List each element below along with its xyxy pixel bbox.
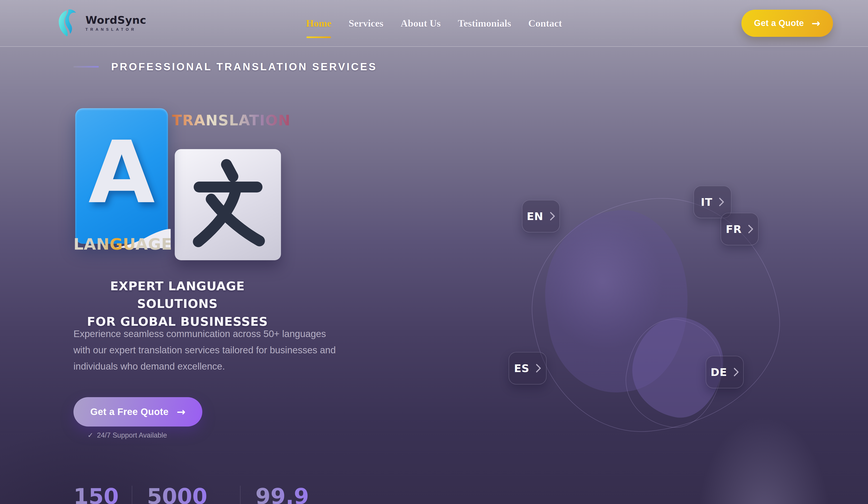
support-note-text: 24/7 Support Available [97, 431, 167, 439]
chevron-right-icon [748, 224, 753, 234]
stat-value-languages: 150 [73, 485, 119, 504]
get-a-quote-button[interactable]: Get a Quote → [741, 10, 833, 37]
nav-item-services[interactable]: Services [349, 18, 383, 29]
section-label-text: PROFESSIONAL TRANSLATION SERVICES [111, 61, 377, 73]
nav-item-contact[interactable]: Contact [528, 18, 562, 29]
language-code: DE [711, 366, 727, 378]
chevron-right-icon [734, 368, 739, 377]
language-chip-es[interactable]: ES [509, 352, 547, 385]
label-accent-line [73, 66, 99, 67]
chevron-right-icon [550, 212, 555, 221]
nav-item-testimonials[interactable]: Testimonials [458, 18, 511, 29]
stat-divider [240, 486, 240, 504]
get-a-free-quote-label: Get a Free Quote [90, 407, 169, 417]
hero-description-line1: Experience seamless communication across… [73, 326, 374, 342]
brand-logo[interactable]: WordSync TRANSLATOR [58, 9, 146, 37]
translation-illustration: TRANSLATION 文 A LANGUAGE [73, 107, 281, 263]
nav-item-about-us[interactable]: About Us [401, 18, 441, 29]
latin-letter-a: A [89, 130, 155, 222]
section-label: PROFESSIONAL TRANSLATION SERVICES [73, 61, 377, 73]
brand-name: WordSync [85, 15, 146, 25]
language-chip-fr[interactable]: FR [721, 213, 758, 245]
language-code: ES [514, 362, 529, 375]
chevron-right-icon [719, 198, 724, 207]
stat-value-accuracy: 99.9 [256, 485, 309, 504]
language-code: IT [701, 196, 712, 208]
brand-tagline: TRANSLATOR [85, 27, 146, 32]
stat-divider [132, 486, 132, 504]
hero-description-line3: individuals who demand excellence. [73, 358, 374, 375]
brand-text: WordSync TRANSLATOR [85, 15, 146, 32]
nav-item-home[interactable]: Home [306, 18, 331, 29]
illustration-word-language: LANGUAGE [73, 235, 172, 253]
check-icon: ✓ [87, 431, 93, 439]
logo-pin-icon [58, 9, 79, 37]
arrow-right-icon: → [812, 18, 820, 29]
illustration-card-cjk: 文 [175, 149, 281, 260]
main-nav: Home Services About Us Testimonials Cont… [306, 18, 562, 29]
get-a-quote-label: Get a Quote [754, 18, 804, 28]
hero-headline-line1: EXPERT LANGUAGE SOLUTIONS [73, 277, 281, 313]
chevron-right-icon [536, 364, 541, 373]
language-chip-en[interactable]: EN [522, 200, 560, 232]
hero-description-line2: with our expert translation services tai… [73, 342, 374, 358]
arrow-right-icon: → [177, 407, 186, 417]
cjk-character-icon [188, 158, 268, 252]
hero-description: Experience seamless communication across… [73, 326, 374, 375]
language-code: EN [527, 210, 543, 222]
stat-value-projects: 5000 [147, 485, 207, 504]
get-a-free-quote-button[interactable]: Get a Free Quote → [73, 397, 202, 427]
support-note: ✓ 24/7 Support Available [87, 431, 167, 439]
language-chip-de[interactable]: DE [706, 356, 744, 388]
illustration-word-translation: TRANSLATION [172, 112, 291, 129]
illustration-card-latin: A [75, 108, 168, 244]
language-code: FR [726, 223, 742, 235]
site-header: WordSync TRANSLATOR Home Services About … [0, 0, 868, 47]
hero-headline: EXPERT LANGUAGE SOLUTIONS FOR GLOBAL BUS… [73, 277, 281, 330]
